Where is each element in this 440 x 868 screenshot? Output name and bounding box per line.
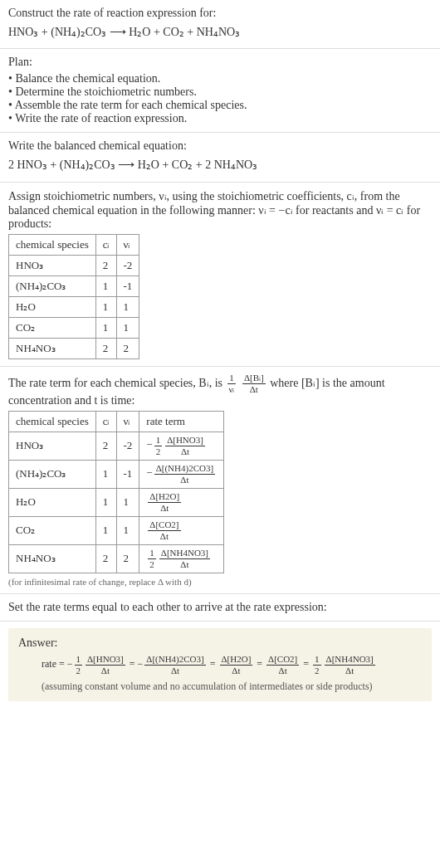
table-row: CO₂ 1 1: [9, 317, 139, 338]
cell-v: -1: [116, 276, 139, 296]
cell-c: 1: [95, 276, 116, 296]
intro-text-a: The rate term for each chemical species,…: [8, 377, 226, 389]
rate-terms-intro: The rate term for each chemical species,…: [8, 373, 432, 407]
col-rate-term: rate term: [139, 411, 224, 432]
col-ci: cᵢ: [95, 234, 116, 255]
cell-species: CO₂: [9, 516, 96, 544]
cell-c: 2: [95, 255, 116, 276]
table-row: H₂O11Δ[H2O]Δt: [9, 488, 224, 516]
stoich-table: chemical species cᵢ νᵢ HNO₃ 2 -2 (NH₄)₂C…: [8, 234, 139, 359]
frac-dbi-dt: Δ[Bᵢ]Δt: [242, 373, 266, 394]
table-row: NH₄NO₃ 2 2: [9, 338, 139, 358]
cell-c: 2: [95, 544, 116, 573]
table-row: CO₂11Δ[CO2]Δt: [9, 516, 224, 544]
cell-v: -1: [116, 460, 139, 488]
table-row: (NH₄)₂CO₃ 1 -1: [9, 276, 139, 296]
cell-species: H₂O: [9, 296, 96, 317]
answer-section: Answer: rate = −12Δ[HNO3]Δt = −Δ[(NH4)2C…: [0, 622, 440, 708]
answer-label: Answer:: [18, 636, 422, 650]
cell-rate-term: Δ[CO2]Δt: [139, 516, 224, 544]
cell-species: H₂O: [9, 488, 96, 516]
cell-v: 1: [116, 317, 139, 338]
cell-species: HNO₃: [9, 255, 96, 276]
cell-v: -2: [116, 255, 139, 276]
cell-species: HNO₃: [9, 432, 96, 460]
cell-c: 2: [95, 338, 116, 358]
cell-c: 1: [95, 460, 116, 488]
rate-term-formula: 1νᵢ Δ[Bᵢ]Δt: [226, 377, 271, 389]
rate-terms-table: chemical species cᵢ νᵢ rate term HNO₃2-2…: [8, 411, 224, 573]
col-vi: νᵢ: [116, 411, 139, 432]
cell-v: 1: [116, 516, 139, 544]
table-row: (NH₄)₂CO₃1-1−Δ[(NH4)2CO3]Δt: [9, 460, 224, 488]
cell-species: NH₄NO₃: [9, 338, 96, 358]
table-row: H₂O 1 1: [9, 296, 139, 317]
plan-item: Write the rate of reaction expression.: [8, 112, 432, 125]
cell-v: -2: [116, 432, 139, 460]
plan-item: Assemble the rate term for each chemical…: [8, 99, 432, 112]
balanced-section: Write the balanced chemical equation: 2 …: [0, 133, 440, 182]
answer-note: (assuming constant volume and no accumul…: [18, 680, 422, 693]
prompt-equation: HNO₃ + (NH₄)₂CO₃ ⟶ H₂O + CO₂ + NH₄NO₃: [8, 23, 432, 41]
stoich-intro: Assign stoichiometric numbers, νᵢ, using…: [8, 189, 432, 231]
cell-c: 1: [95, 488, 116, 516]
plan-list: Balance the chemical equation. Determine…: [8, 72, 432, 125]
cell-v: 2: [116, 544, 139, 573]
cell-rate-term: −12Δ[HNO3]Δt: [139, 432, 224, 460]
final-title: Set the rate terms equal to each other t…: [8, 601, 432, 614]
col-species: chemical species: [9, 411, 96, 432]
cell-species: NH₄NO₃: [9, 544, 96, 573]
table-row: HNO₃2-2−12Δ[HNO3]Δt: [9, 432, 224, 460]
col-vi: νᵢ: [116, 234, 139, 255]
answer-box: Answer: rate = −12Δ[HNO3]Δt = −Δ[(NH4)2C…: [8, 628, 432, 701]
prompt-title: Construct the rate of reaction expressio…: [8, 7, 432, 20]
cell-species: CO₂: [9, 317, 96, 338]
final-title-section: Set the rate terms equal to each other t…: [0, 594, 440, 622]
cell-species: (NH₄)₂CO₃: [9, 460, 96, 488]
cell-species: (NH₄)₂CO₃: [9, 276, 96, 296]
plan-section: Plan: Balance the chemical equation. Det…: [0, 49, 440, 133]
cell-v: 1: [116, 488, 139, 516]
cell-c: 1: [95, 296, 116, 317]
col-species: chemical species: [9, 234, 96, 255]
table-header-row: chemical species cᵢ νᵢ rate term: [9, 411, 224, 432]
cell-rate-term: Δ[H2O]Δt: [139, 488, 224, 516]
prompt-section: Construct the rate of reaction expressio…: [0, 0, 440, 49]
cell-v: 2: [116, 338, 139, 358]
balanced-equation: 2 HNO₃ + (NH₄)₂CO₃ ⟶ H₂O + CO₂ + 2 NH₄NO…: [8, 156, 432, 174]
plan-title: Plan:: [8, 56, 432, 69]
cell-c: 1: [95, 516, 116, 544]
rate-expression: rate = −12Δ[HNO3]Δt = −Δ[(NH4)2CO3]Δt = …: [18, 655, 422, 675]
table-row: HNO₃ 2 -2: [9, 255, 139, 276]
table-header-row: chemical species cᵢ νᵢ: [9, 234, 139, 255]
balanced-title: Write the balanced chemical equation:: [8, 139, 432, 153]
plan-item: Determine the stoichiometric numbers.: [8, 85, 432, 99]
cell-c: 2: [95, 432, 116, 460]
cell-v: 1: [116, 296, 139, 317]
table-row: NH₄NO₃2212Δ[NH4NO3]Δt: [9, 544, 224, 573]
stoich-section: Assign stoichiometric numbers, νᵢ, using…: [0, 183, 440, 367]
rate-terms-section: The rate term for each chemical species,…: [0, 367, 440, 594]
rate-terms-note: (for infinitesimal rate of change, repla…: [8, 577, 432, 587]
cell-c: 1: [95, 317, 116, 338]
col-ci: cᵢ: [95, 411, 116, 432]
frac-one-over-nu: 1νᵢ: [227, 373, 237, 394]
cell-rate-term: −Δ[(NH4)2CO3]Δt: [139, 460, 224, 488]
cell-rate-term: 12Δ[NH4NO3]Δt: [139, 544, 224, 573]
plan-item: Balance the chemical equation.: [8, 72, 432, 85]
